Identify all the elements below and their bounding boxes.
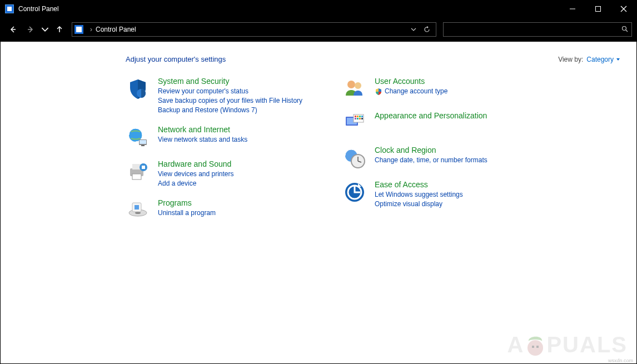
- svg-rect-12: [140, 140, 146, 144]
- printer-icon: [126, 159, 150, 184]
- svg-rect-13: [141, 145, 145, 146]
- svg-rect-22: [135, 205, 139, 210]
- category-system-security: System and Security Review your computer…: [126, 77, 309, 115]
- category-title[interactable]: User Accounts: [375, 77, 447, 86]
- search-input[interactable]: [443, 22, 632, 37]
- view-by-label: View by:: [558, 56, 583, 63]
- link-file-history[interactable]: Save backup copies of your files with Fi…: [158, 96, 302, 106]
- link-change-account-type[interactable]: Change account type: [385, 87, 447, 96]
- category-network: Network and Internet View network status…: [126, 125, 309, 149]
- category-title[interactable]: Network and Internet: [158, 125, 247, 134]
- category-title[interactable]: Hardware and Sound: [158, 159, 234, 168]
- back-button[interactable]: [5, 22, 21, 37]
- svg-point-20: [135, 212, 141, 214]
- svg-point-24: [355, 82, 361, 89]
- link-add-device[interactable]: Add a device: [158, 179, 234, 188]
- category-user-accounts: User Accounts Change account type: [342, 77, 526, 101]
- recent-locations-button[interactable]: [41, 22, 49, 37]
- link-uninstall-program[interactable]: Uninstall a program: [158, 208, 216, 218]
- svg-point-42: [527, 340, 543, 356]
- link-optimize-display[interactable]: Optimize visual display: [375, 200, 463, 209]
- svg-point-23: [347, 81, 355, 88]
- category-title[interactable]: Ease of Access: [375, 180, 463, 189]
- globe-icon: [126, 125, 150, 149]
- search-icon: [621, 26, 628, 34]
- clock-icon: [342, 146, 367, 170]
- category-clock: Clock and Region Change date, time, or n…: [342, 146, 526, 170]
- ease-of-access-icon: [342, 180, 367, 205]
- category-title[interactable]: System and Security: [158, 77, 302, 86]
- svg-rect-34: [359, 118, 361, 119]
- link-devices-printers[interactable]: View devices and printers: [158, 169, 234, 179]
- forward-button[interactable]: [23, 22, 38, 37]
- link-backup-restore[interactable]: Backup and Restore (Windows 7): [158, 106, 302, 115]
- breadcrumb-separator-icon: ›: [90, 26, 92, 33]
- category-title[interactable]: Appearance and Personalization: [375, 111, 487, 120]
- content-area: Adjust your computer's settings View by:…: [1, 42, 636, 363]
- titlebar: Control Panel: [1, 1, 636, 17]
- svg-rect-44: [536, 346, 539, 348]
- link-suggest-settings[interactable]: Let Windows suggest settings: [375, 190, 463, 200]
- control-panel-icon: [74, 25, 83, 34]
- svg-rect-43: [532, 346, 534, 348]
- category-title[interactable]: Clock and Region: [375, 146, 487, 154]
- toolbar: › Control Panel: [1, 17, 636, 42]
- breadcrumb-root[interactable]: Control Panel: [96, 26, 136, 33]
- svg-rect-35: [361, 118, 363, 119]
- appearance-icon: [342, 111, 367, 136]
- uac-shield-icon: [375, 88, 382, 96]
- category-appearance: Appearance and Personalization: [342, 111, 526, 136]
- up-button[interactable]: [52, 22, 67, 37]
- svg-rect-18: [142, 166, 145, 169]
- shield-icon: [126, 77, 150, 101]
- page-title: Adjust your computer's settings: [126, 55, 226, 63]
- svg-rect-33: [357, 118, 359, 119]
- svg-point-7: [623, 26, 626, 30]
- view-by: View by: Category: [558, 56, 620, 63]
- watermark-mascot-icon: [523, 331, 548, 358]
- refresh-button[interactable]: [420, 26, 434, 33]
- link-network-status[interactable]: View network status and tasks: [158, 135, 247, 144]
- close-button[interactable]: [611, 1, 636, 17]
- control-panel-window: Control Panel › Co: [0, 0, 637, 364]
- svg-rect-32: [355, 118, 356, 119]
- category-title[interactable]: Programs: [158, 198, 216, 207]
- maximize-button[interactable]: [585, 1, 611, 17]
- svg-rect-29: [357, 116, 359, 117]
- source-label: wsxdn.com: [608, 358, 633, 363]
- view-by-dropdown[interactable]: Category: [586, 56, 620, 63]
- category-programs: Programs Uninstall a program: [126, 198, 309, 223]
- programs-icon: [126, 198, 150, 223]
- link-review-status[interactable]: Review your computer's status: [158, 87, 302, 96]
- watermark: A PUALS: [507, 331, 628, 358]
- chevron-down-icon: [616, 57, 620, 62]
- svg-rect-30: [359, 116, 361, 117]
- svg-rect-16: [132, 174, 141, 179]
- users-icon: [342, 77, 367, 101]
- minimize-button[interactable]: [560, 1, 585, 17]
- category-hardware: Hardware and Sound View devices and prin…: [126, 159, 309, 188]
- svg-rect-31: [361, 116, 363, 117]
- address-bar[interactable]: › Control Panel: [72, 22, 436, 37]
- category-ease: Ease of Access Let Windows suggest setti…: [342, 180, 526, 209]
- link-date-time-formats[interactable]: Change date, time, or number formats: [375, 156, 487, 165]
- control-panel-icon: [5, 4, 14, 13]
- address-history-button[interactable]: [407, 27, 420, 32]
- svg-line-8: [626, 30, 628, 32]
- svg-rect-28: [355, 116, 356, 117]
- window-title: Control Panel: [18, 5, 59, 13]
- svg-rect-1: [596, 7, 601, 12]
